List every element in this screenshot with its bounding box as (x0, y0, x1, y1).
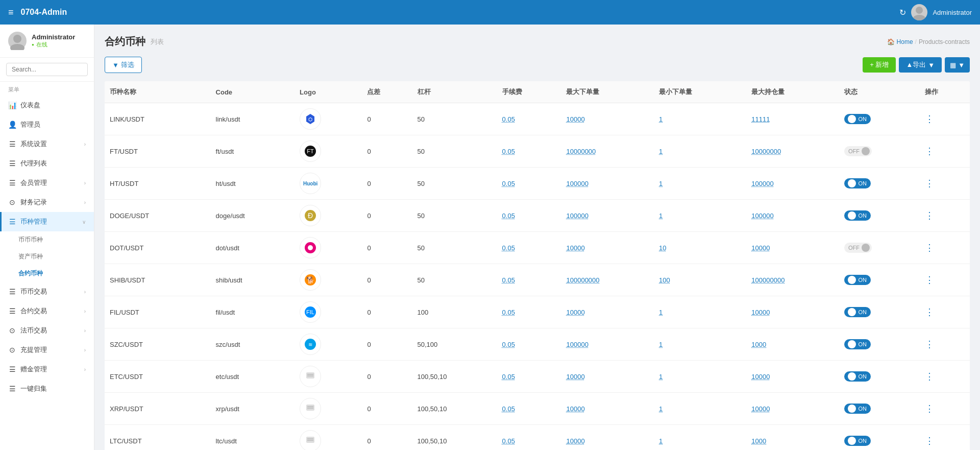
sidebar-item-contract-trade[interactable]: ☰ 合约交易 › (0, 301, 94, 321)
sidebar-item-fiat-trade[interactable]: ⊙ 法币交易 › (0, 321, 94, 340)
status-toggle[interactable]: ON (844, 339, 871, 349)
status-toggle[interactable]: ON (844, 307, 871, 317)
status-toggle[interactable]: OFF (844, 146, 872, 156)
cell-leverage: 50 (412, 168, 497, 200)
sidebar-item-bonus[interactable]: ☰ 赠金管理 › (0, 360, 94, 379)
action-menu-icon[interactable]: ⋮ (925, 210, 934, 221)
action-menu-icon[interactable]: ⋮ (925, 146, 934, 156)
chevron-right-icon: › (84, 347, 86, 353)
cell-fee: 0.05 (497, 200, 561, 232)
cell-status: ON (839, 361, 920, 393)
status-toggle[interactable]: ON (844, 436, 871, 446)
cell-spread: 0 (362, 103, 412, 135)
filter-button[interactable]: ▼ 筛选 (105, 57, 142, 73)
cell-status: ON (839, 168, 920, 200)
cell-leverage: 50 (412, 200, 497, 232)
action-menu-icon[interactable]: ⋮ (925, 114, 934, 124)
sidebar-item-onekey[interactable]: ☰ 一键归集 (0, 379, 94, 398)
status-toggle[interactable]: ON (844, 371, 871, 382)
sidebar-item-label: 合约交易 (20, 306, 47, 316)
action-menu-icon[interactable]: ⋮ (925, 275, 934, 285)
sidebar-item-currency[interactable]: ☰ 币种管理 ∨ (0, 212, 94, 231)
cell-min-order: 1 (654, 135, 746, 168)
sidebar-item-member[interactable]: ☰ 会员管理 › (0, 173, 94, 193)
cell-fee: 0.05 (497, 328, 561, 361)
chevron-right-icon: › (84, 200, 86, 205)
breadcrumb-home[interactable]: Home (897, 38, 913, 45)
sidebar-item-admin[interactable]: 👤 管理员 (0, 115, 94, 134)
status-toggle[interactable]: ON (844, 210, 871, 221)
export-button[interactable]: ▲导出 ▼ (899, 57, 942, 73)
refresh-icon[interactable]: ↻ (899, 8, 906, 17)
cell-status: OFF (839, 232, 920, 264)
search-input[interactable] (6, 63, 88, 76)
cell-leverage: 50,100 (412, 328, 497, 361)
cell-max-hold: 10000000 (746, 135, 839, 168)
sidebar-username: Administrator (32, 33, 75, 41)
fiat-trade-icon: ⊙ (8, 326, 16, 335)
cell-max-order: 10000 (561, 425, 654, 451)
sidebar-item-coin-trade[interactable]: ☰ 币币交易 › (0, 282, 94, 301)
col-fee: 手续费 (497, 81, 561, 103)
action-menu-icon[interactable]: ⋮ (925, 307, 934, 317)
svg-text:≋: ≋ (308, 342, 312, 347)
cell-status: ON (839, 103, 920, 135)
cell-action: ⋮ (920, 103, 970, 135)
sidebar-sub-contract-currency[interactable]: 合约币种 (0, 265, 94, 282)
sidebar-item-agent[interactable]: ☰ 代理列表 (0, 154, 94, 173)
cell-logo: Huobi (295, 168, 362, 200)
table-row: FT/USDT ft/usdt FT 0 50 0.05 10000000 1 … (105, 135, 970, 168)
table-row: LINK/USDT link/usdt ⬡ 0 50 0.05 10000 1 … (105, 103, 970, 135)
chevron-down-icon: ∨ (82, 219, 86, 225)
view-button[interactable]: ▦ ▼ (945, 57, 970, 73)
cell-logo: 🐕 (295, 264, 362, 296)
add-button[interactable]: + 新增 (863, 57, 896, 73)
sidebar-item-recharge[interactable]: ⊙ 充提管理 › (0, 340, 94, 360)
status-toggle[interactable]: ON (844, 404, 871, 414)
cell-fee: 0.05 (497, 425, 561, 451)
action-menu-icon[interactable]: ⋮ (925, 243, 934, 253)
cell-name: ETC/USDT (105, 361, 211, 393)
cell-spread: 0 (362, 425, 412, 451)
action-menu-icon[interactable]: ⋮ (925, 404, 934, 414)
sidebar-sub-coin-currency[interactable]: 币币币种 (0, 231, 94, 248)
col-min-order: 最小下单量 (654, 81, 746, 103)
sidebar-search-container (0, 58, 94, 82)
action-menu-icon[interactable]: ⋮ (925, 436, 934, 446)
sidebar-user: Administrator 在线 (0, 25, 94, 58)
bonus-icon: ☰ (8, 365, 16, 373)
action-menu-icon[interactable]: ⋮ (925, 371, 934, 382)
col-max-hold: 最大持仓量 (746, 81, 839, 103)
table-row: HT/USDT ht/usdt Huobi 0 50 0.05 100000 1… (105, 168, 970, 200)
status-toggle[interactable]: ON (844, 178, 871, 188)
sidebar-item-dashboard[interactable]: 📊 仪表盘 (0, 96, 94, 115)
status-toggle[interactable]: ON (844, 275, 871, 285)
cell-logo (295, 425, 362, 451)
action-menu-icon[interactable]: ⋮ (925, 339, 934, 349)
sidebar-item-finance[interactable]: ⊙ 财务记录 › (0, 193, 94, 212)
cell-leverage: 100,50,10 (412, 361, 497, 393)
cell-max-order: 100000000 (561, 264, 654, 296)
cell-max-hold: 10000 (746, 232, 839, 264)
col-max-order: 最大下单量 (561, 81, 654, 103)
col-name: 币种名称 (105, 81, 211, 103)
chevron-right-icon: › (84, 367, 86, 372)
cell-fee: 0.05 (497, 135, 561, 168)
cell-min-order: 100 (654, 264, 746, 296)
sidebar: Administrator 在线 菜单 📊 仪表盘 👤 管理员 ☰ 系统设置 ›… (0, 25, 94, 450)
hamburger-icon[interactable]: ≡ (8, 7, 14, 18)
menu-section-label: 菜单 (0, 82, 94, 96)
cell-action: ⋮ (920, 232, 970, 264)
svg-rect-18 (306, 372, 314, 378)
cell-status: ON (839, 264, 920, 296)
col-logo: Logo (295, 81, 362, 103)
action-menu-icon[interactable]: ⋮ (925, 178, 934, 188)
status-toggle[interactable]: ON (844, 114, 871, 124)
cell-action: ⋮ (920, 200, 970, 232)
sidebar-sub-asset-currency[interactable]: 资产币种 (0, 248, 94, 265)
sidebar-item-system[interactable]: ☰ 系统设置 › (0, 134, 94, 154)
coin-trade-icon: ☰ (8, 288, 16, 296)
sidebar-item-label: 法币交易 (20, 326, 47, 335)
breadcrumb-path: 🏠 Home / Products-contracts (887, 38, 970, 45)
status-toggle[interactable]: OFF (844, 243, 872, 253)
